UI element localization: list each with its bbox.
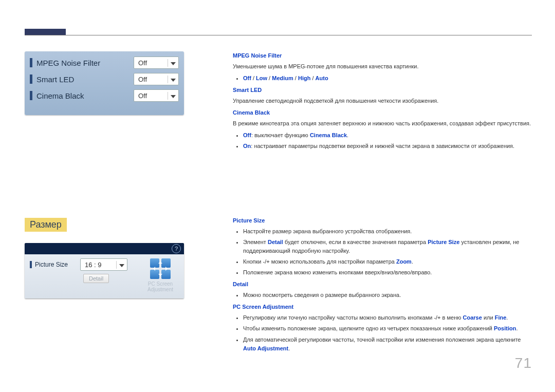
pc-li3: Для автоматической регулировки частоты, … <box>243 335 532 353</box>
osd-label: Smart LED <box>36 75 134 84</box>
chevron-down-icon <box>168 76 178 83</box>
heading-detail: Detail <box>233 280 532 289</box>
row-marker-icon <box>30 58 32 67</box>
help-icon[interactable]: ? <box>172 244 181 253</box>
left-column: MPEG Noise Filter Off Smart LED Off Cine… <box>25 51 189 298</box>
picture-size-label: Picture Size <box>35 261 80 268</box>
right-column-block1: MPEG Noise Filter Уменьшение шума в MPEG… <box>233 51 532 154</box>
row-marker-icon <box>30 91 32 100</box>
mpeg-noise-filter-select[interactable]: Off <box>134 57 179 69</box>
pc-adj-label-line1: PC Screen <box>142 281 179 287</box>
ps-li2: Элемент Detail будет отключен, если в ка… <box>243 238 532 255</box>
pc-li2: Чтобы изменить положение экрана, щелкнит… <box>243 324 532 333</box>
opt-auto: Auto <box>316 75 328 81</box>
header-accent-block <box>25 29 66 35</box>
detail-button[interactable]: Detail <box>83 274 109 283</box>
picture-size-select[interactable]: 16 : 9 <box>80 258 127 271</box>
detail-li1: Можно посмотреть сведения о размере выбр… <box>243 291 532 300</box>
osd-row-cinema: Cinema Black Off <box>25 87 184 104</box>
row-marker-icon <box>30 74 32 84</box>
osd-label: MPEG Noise Filter <box>36 59 134 67</box>
opt-high: High <box>298 75 310 81</box>
opt-medium: Medium <box>272 75 293 81</box>
picture-size-row: Picture Size 16 : 9 <box>30 258 142 271</box>
opt-off: Off <box>243 75 251 81</box>
select-value: 16 : 9 <box>81 261 116 269</box>
heading-pc-adjust: PC Screen Adjustment <box>233 303 532 311</box>
position-quad-icon <box>150 258 171 279</box>
osd2-titlebar: ? <box>25 243 184 254</box>
osd-row-smartled: Smart LED Off <box>25 71 184 87</box>
section-heading-size: Размер <box>25 218 67 232</box>
heading-smartled: Smart LED <box>233 86 532 95</box>
osd-panel-picture-size-wrap: ? Picture Size 16 : 9 Detail <box>25 243 189 298</box>
header-rule <box>25 35 532 35</box>
ps-li1: Настройте размер экрана выбранного устро… <box>243 227 532 236</box>
osd-panel-picture-size: ? Picture Size 16 : 9 Detail <box>25 243 184 298</box>
osd-label: Cinema Black <box>36 91 134 100</box>
heading-mpeg: MPEG Noise Filter <box>233 51 532 60</box>
chevron-down-icon <box>168 59 178 67</box>
ps-li4: Положение экрана можно изменить кнопками… <box>243 268 532 277</box>
mpeg-options-line: Off / Low / Medium / High / Auto <box>243 74 532 83</box>
chevron-down-icon <box>116 261 127 269</box>
cinema-on-line: On: настраивает параметры подсветки верх… <box>243 142 532 151</box>
cinema-off-line: Off: выключает функцию Cinema Black. <box>243 131 532 140</box>
row-marker-icon <box>30 261 32 268</box>
chevron-down-icon <box>168 92 178 100</box>
text-cinema-desc: В режиме кинотеатра эта опция затеняет в… <box>233 119 532 128</box>
heading-cinema: Cinema Black <box>233 108 532 117</box>
ps-li3: Кнопки -/+ можно использовать для настро… <box>243 257 532 266</box>
opt-low: Low <box>256 75 267 81</box>
text-smartled-desc: Управление светодиодной подсветкой для п… <box>233 97 532 105</box>
pc-li1: Регулировку или точную настройку частоты… <box>243 313 532 322</box>
osd-row-mpeg: MPEG Noise Filter Off <box>25 54 184 71</box>
smart-led-select[interactable]: Off <box>134 73 179 85</box>
select-value: Off <box>134 59 168 67</box>
page-number: 71 <box>515 355 532 371</box>
pc-adj-label-line2: Adjustment <box>142 287 179 292</box>
right-column-block2: Picture Size Настройте размер экрана выб… <box>233 216 532 356</box>
select-value: Off <box>134 92 168 100</box>
text-mpeg-desc: Уменьшение шума в MPEG-потоке для повыше… <box>233 62 532 71</box>
cinema-black-select[interactable]: Off <box>134 89 179 102</box>
osd-panel-filters: MPEG Noise Filter Off Smart LED Off Cine… <box>25 51 184 115</box>
select-value: Off <box>134 76 168 83</box>
pc-screen-adjustment-control[interactable]: PC Screen Adjustment <box>142 258 179 292</box>
heading-picture-size: Picture Size <box>233 216 532 225</box>
